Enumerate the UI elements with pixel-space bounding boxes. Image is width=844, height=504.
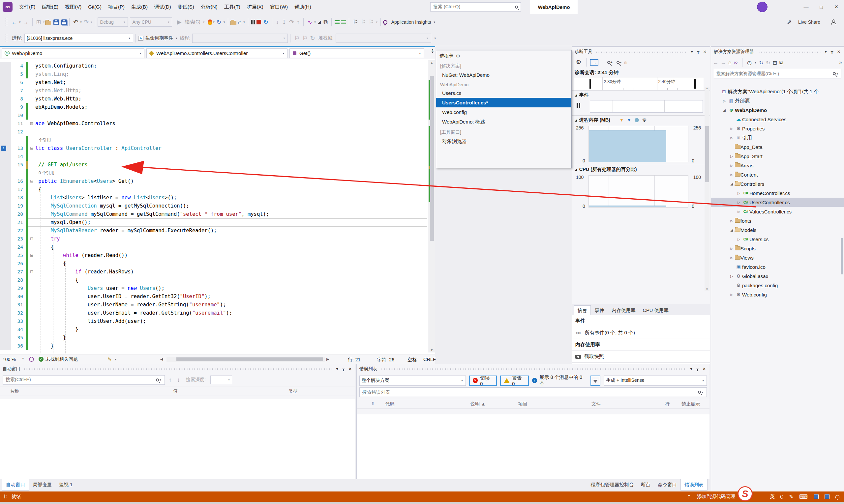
breakpoint-margin[interactable]: [0, 342, 11, 350]
search-depth-dropdown[interactable]: ▾: [210, 376, 232, 384]
stack-frame-dropdown[interactable]: ▾: [335, 34, 431, 43]
error-list-body[interactable]: [357, 414, 709, 479]
menu-item[interactable]: 窗口(W): [267, 2, 291, 12]
application-insights-label[interactable]: Application Insights: [391, 19, 431, 25]
scrollbar-thumb[interactable]: [176, 357, 323, 361]
expander-icon[interactable]: ▷: [728, 293, 735, 296]
events-track[interactable]: [574, 100, 704, 113]
line-content[interactable]: user.UserID = reader.GetInt32("UserID");: [26, 292, 427, 301]
line-content[interactable]: }: [26, 325, 427, 334]
code-area[interactable]: 4ystem.Configuration;5ystem.Linq;6ystem.…: [0, 62, 427, 353]
menu-item[interactable]: 生成(B): [128, 2, 151, 12]
column-header[interactable]: 代码: [385, 401, 394, 407]
break-all-button[interactable]: [251, 19, 256, 25]
fold-marker[interactable]: ⊟: [28, 251, 35, 259]
breakpoint-margin[interactable]: [0, 185, 11, 194]
selection-marker[interactable]: [694, 79, 696, 89]
expander-icon[interactable]: ▷: [728, 256, 735, 259]
fold-marker[interactable]: ⊟: [28, 120, 35, 128]
close-button[interactable]: ✕: [829, 0, 844, 14]
gear-icon[interactable]: ⚙: [456, 53, 460, 59]
refresh-icon[interactable]: ↻: [759, 60, 763, 66]
show-output-icon[interactable]: [334, 20, 340, 24]
collapse-section-icon[interactable]: ◢: [575, 168, 577, 171]
tree-item[interactable]: ⊡解决方案"WebApiDemo"(1 个项目/共 1 个: [711, 87, 844, 96]
navigate-forward-button[interactable]: →: [21, 18, 30, 26]
quick-search-input[interactable]: 搜索 (Ctrl+Q): [430, 2, 521, 12]
diagnostics-tab[interactable]: 摘要: [574, 305, 591, 316]
microphone-icon[interactable]: [780, 495, 783, 499]
line-content[interactable]: ⊟ if (reader.HasRows): [26, 268, 427, 276]
error-scope-dropdown[interactable]: 整个解决方案▾: [359, 376, 466, 386]
expander-icon[interactable]: ▷: [728, 164, 735, 167]
fold-marker[interactable]: ⊟: [28, 268, 35, 276]
expander-icon[interactable]: ▷: [728, 219, 735, 223]
line-content[interactable]: mysql.Open();: [26, 218, 427, 227]
cursor-icon[interactable]: ◢: [316, 19, 322, 25]
next-bookmark-icon[interactable]: ⚐: [367, 18, 375, 26]
scroll-right-icon[interactable]: ▶: [326, 357, 329, 361]
window-menu-icon[interactable]: ▾: [690, 49, 694, 54]
expander-icon[interactable]: ▷: [736, 192, 742, 195]
popup-item[interactable]: UsersController.cs*: [436, 98, 571, 107]
stop-debugging-button[interactable]: [257, 20, 261, 24]
tree-item[interactable]: ▷⊞引用: [711, 133, 844, 142]
type-dropdown[interactable]: WebApiDemo.Controllers.UsersController▾: [147, 49, 288, 58]
line-content[interactable]: List<Users> listUser = new List<Users>()…: [26, 194, 427, 202]
project-dropdown[interactable]: ⊕ WebApiDemo▾: [2, 49, 144, 58]
timeline-ruler[interactable]: 2:30分钟 2:40分钟: [574, 77, 704, 90]
tree-item[interactable]: ▷fonts: [711, 216, 844, 225]
breakpoint-margin[interactable]: [0, 87, 11, 95]
tool-window-tab[interactable]: 局部变量: [29, 479, 55, 490]
pin-icon[interactable]: ┳: [695, 367, 700, 371]
line-content[interactable]: ystem.Linq;: [26, 70, 427, 78]
show-threads-icon[interactable]: ∿: [306, 18, 313, 26]
menu-item[interactable]: 编辑(E): [38, 2, 62, 12]
line-content[interactable]: ⊟ace WebApiDemo.Controllers: [26, 120, 427, 128]
memory-chart[interactable]: 256 0 256 0: [574, 125, 704, 163]
bookmark-icon[interactable]: ⚐: [351, 18, 359, 26]
export-icon[interactable]: →: [590, 59, 598, 66]
popup-item[interactable]: 对象浏览器: [436, 137, 571, 147]
zoom-in-icon[interactable]: [607, 61, 610, 64]
step-over-button[interactable]: ↧: [280, 18, 288, 26]
expander-icon[interactable]: ◢: [728, 182, 735, 186]
line-content[interactable]: Users user = new Users();: [26, 284, 427, 292]
tree-item[interactable]: ▷Scripts: [711, 244, 844, 253]
keyboard-icon[interactable]: ⌨: [799, 493, 808, 500]
save-all-button[interactable]: [61, 19, 67, 25]
line-content[interactable]: {: [26, 243, 427, 251]
line-content[interactable]: ⊟ public IEnumerable<Users> Get(): [26, 177, 427, 185]
toolbar-grip[interactable]: [5, 18, 7, 26]
filter-toggle-button[interactable]: [590, 376, 600, 386]
step-into-button[interactable]: ↓: [275, 18, 280, 26]
expander-icon[interactable]: ▷: [736, 201, 742, 204]
column-header[interactable]: 说明 ▲: [470, 401, 486, 407]
tool-window-tab[interactable]: 错误列表: [681, 479, 707, 490]
breakpoint-margin[interactable]: [0, 276, 11, 284]
home-icon[interactable]: ⌂: [728, 60, 731, 66]
toolbar-grip[interactable]: [5, 34, 7, 42]
line-content[interactable]: ystem.Configuration;: [26, 62, 427, 70]
editor-horizontal-scrollbar[interactable]: [167, 357, 325, 362]
menu-item[interactable]: 分析(N): [197, 2, 221, 12]
expander-icon[interactable]: ◢: [728, 228, 735, 232]
restart-app-button[interactable]: ↻: [215, 18, 223, 26]
notifications-bell-icon[interactable]: [836, 495, 839, 499]
breakpoint-margin[interactable]: [0, 136, 11, 144]
column-header[interactable]: 行: [665, 401, 670, 407]
breakpoint-margin[interactable]: [0, 111, 11, 120]
menu-item[interactable]: 帮助(H): [291, 2, 314, 12]
search-icon[interactable]: [833, 72, 836, 75]
breakpoint-margin[interactable]: [0, 78, 11, 87]
line-content[interactable]: [26, 111, 427, 120]
breakpoint-margin[interactable]: [0, 128, 11, 136]
pen-icon[interactable]: ✎: [789, 494, 793, 500]
navigate-back-button[interactable]: ←: [10, 18, 18, 26]
tree-item[interactable]: ▷⚙Properties: [711, 124, 844, 133]
collapse-section-icon[interactable]: ◢: [575, 93, 577, 97]
lifecycle-events-label[interactable]: 生命周期事件: [145, 35, 173, 41]
expander-icon[interactable]: ▷: [736, 237, 742, 241]
member-dropdown[interactable]: Get()▾: [290, 49, 424, 58]
solution-platform-dropdown[interactable]: Any CPU▾: [130, 17, 172, 27]
